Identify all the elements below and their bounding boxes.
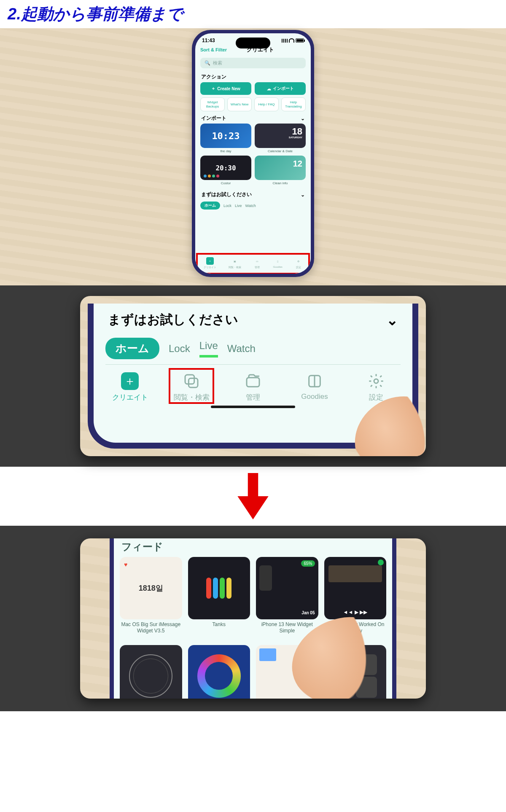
wifi-icon — [289, 38, 294, 43]
widget-backups-button[interactable]: Widget Backups — [200, 97, 225, 111]
phone-screen: 11:43 Sort & Filter クリエイト 🔍 検索 アクション — [195, 33, 311, 274]
nav-browse[interactable]: 閲覧・検索 — [171, 372, 212, 402]
panel-3-feed: フィード ♥1818일 Mac OS Big Sur iMessage Widg… — [0, 526, 506, 711]
plus-icon: ＋ — [121, 372, 139, 390]
help-faq-button[interactable]: Help / FAQ — [254, 97, 279, 111]
search-placeholder: 検索 — [213, 60, 222, 66]
widget-label: Clean info — [272, 181, 288, 185]
status-time: 11:43 — [202, 38, 215, 43]
phone-frame: 11:43 Sort & Filter クリエイト 🔍 検索 アクション — [192, 30, 314, 277]
plus-icon: ＋ — [211, 86, 215, 91]
tab-home[interactable]: ホーム — [105, 338, 159, 359]
panel-2-zoom: まずはお試しください ⌄ SEPMo Tu We ホーム Lock Live W… — [0, 285, 506, 467]
goodies-icon — [306, 372, 323, 390]
import-icon: ☁ — [267, 86, 271, 91]
widget-calendar-date[interactable]: 18SATURDAY Calendar & Date — [255, 124, 306, 153]
tab-watch[interactable]: Watch — [227, 343, 256, 355]
nav-goodies[interactable]: Goodies — [294, 372, 335, 402]
chevron-down-icon[interactable]: ⌄ — [386, 312, 398, 328]
widget-clean-info[interactable]: 12 Clean info — [255, 156, 306, 185]
svg-point-5 — [374, 379, 378, 383]
widget-the-day[interactable]: 10:23 the day — [200, 124, 251, 153]
tab-lock[interactable]: Lock — [169, 343, 190, 355]
tab-lock[interactable]: Lock — [223, 204, 231, 208]
panel-1-desk: 11:43 Sort & Filter クリエイト 🔍 検索 アクション — [0, 28, 506, 285]
search-input[interactable]: 🔍 検索 — [200, 58, 306, 68]
help-translating-button[interactable]: Help Translating — [281, 97, 306, 111]
feed-item-label: Mac OS Big Sur iMessage Widget V3.5 — [120, 621, 182, 639]
feed-title: フィード — [120, 539, 386, 557]
widget-label: the day — [220, 149, 231, 153]
widget-time: 10:23 — [212, 131, 240, 141]
try-header: まずはお試しください — [108, 311, 238, 328]
tab-watch[interactable]: Watch — [245, 204, 256, 208]
signal-icon — [282, 39, 288, 43]
widget-label: Costor — [221, 181, 231, 185]
feed-item[interactable]: Rainbow Clock 2 — [188, 645, 250, 699]
highlight-box — [196, 253, 310, 274]
import-button[interactable]: ☁インポート — [255, 82, 306, 95]
section-action-header: アクション — [195, 71, 311, 82]
tab-live[interactable]: Live — [235, 204, 242, 208]
home-indicator — [211, 406, 295, 408]
svg-rect-2 — [247, 378, 259, 387]
dynamic-island — [236, 38, 270, 48]
section-heading: 2.起動から事前準備まで — [0, 0, 506, 28]
battery-icon — [296, 38, 304, 43]
bottom-tab-bar: ＋クリエイト ▣閲覧・検索 ▭管理 ▯Goodies ⚙設定 — [195, 253, 311, 274]
feed-item[interactable]: 65%Jan 05 iPhone 13 New Widget Simple — [256, 557, 318, 639]
whats-new-button[interactable]: What's New — [227, 97, 252, 111]
feed-item-label: Tanks — [213, 621, 226, 639]
section-import-header: インポート — [201, 115, 226, 122]
search-icon: 🔍 — [205, 60, 210, 66]
highlight-box — [169, 368, 214, 404]
widget-time: 20:30 — [215, 164, 236, 172]
feed-item[interactable]: Transparent Clock — [120, 645, 182, 699]
create-new-button[interactable]: ＋Create New — [200, 82, 251, 95]
gear-icon — [367, 372, 385, 390]
chevron-down-icon[interactable]: ⌄ — [301, 116, 305, 121]
feed-item[interactable]: Tanks — [188, 557, 250, 639]
down-arrow — [0, 467, 506, 526]
nav-create[interactable]: ＋ クリエイト — [110, 372, 150, 402]
feed-item[interactable]: ♥1818일 Mac OS Big Sur iMessage Widget V3… — [120, 557, 182, 639]
bottom-tab-bar: ＋ クリエイト 閲覧・検索 管理 Goodies — [105, 364, 401, 406]
widget-costor[interactable]: 20:30 Costor — [200, 156, 251, 185]
tab-live[interactable]: Live — [199, 340, 218, 358]
folder-icon — [244, 372, 262, 390]
chevron-down-icon[interactable]: ⌄ — [301, 192, 305, 198]
tab-home[interactable]: ホーム — [200, 202, 220, 210]
widget-label: Calendar & Date — [268, 149, 293, 153]
section-try-header: まずはお試しください — [201, 191, 252, 198]
nav-manage[interactable]: 管理 — [233, 372, 273, 402]
